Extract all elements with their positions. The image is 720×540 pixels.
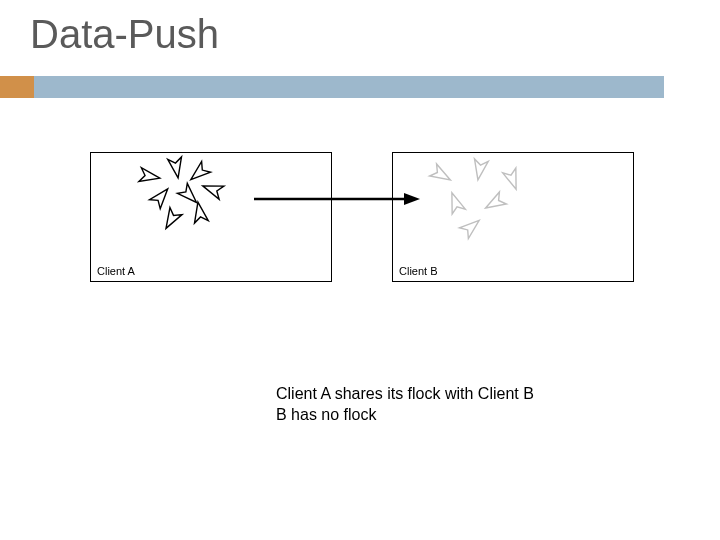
- arrow-icon: [254, 192, 420, 206]
- client-b-label: Client B: [399, 265, 438, 277]
- caption-line-1: Client A shares its flock with Client B: [276, 384, 534, 405]
- client-a-box: Client A: [90, 152, 332, 282]
- accent-band: [34, 76, 664, 98]
- accent-square: [0, 76, 34, 98]
- client-a-label: Client A: [97, 265, 135, 277]
- caption: Client A shares its flock with Client B …: [276, 384, 534, 426]
- svg-marker-15: [404, 193, 420, 205]
- client-b-box: Client B: [392, 152, 634, 282]
- slide: Data-Push Client A Client B Client A sha…: [0, 0, 720, 540]
- caption-line-2: B has no flock: [276, 405, 534, 426]
- slide-title: Data-Push: [30, 12, 219, 57]
